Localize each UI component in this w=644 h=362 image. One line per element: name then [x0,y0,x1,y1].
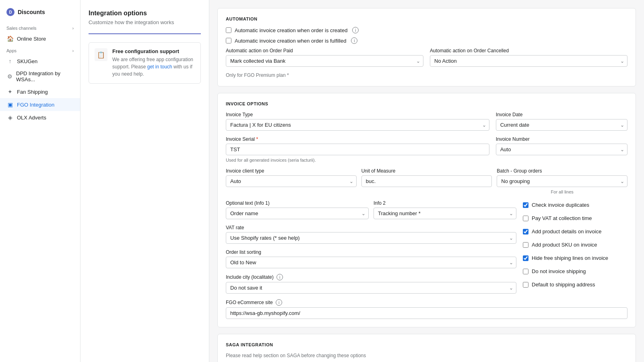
auto-invoice-created-info-icon[interactable]: i [352,27,359,33]
premium-note: Only for FGO Premium plan * [226,72,627,78]
client-type-group: Invoice client type Auto Individual Comp… [226,168,357,187]
invoice-date-group: Invoice Date Current date Order date [496,112,627,131]
no-invoice-shipping-checkbox[interactable] [523,269,528,274]
check-duplicates-checkbox[interactable] [523,202,528,208]
title-divider [89,33,201,34]
add-product-details-checkbox[interactable] [523,229,528,234]
order-paid-select[interactable]: Mark collected via Bank No Action Mark c… [226,55,423,67]
hide-shipping-checkbox[interactable] [523,255,528,261]
invoice-date-select-wrapper: Current date Order date [496,119,627,131]
automation-section: AUTOMATION Automatic invoice creation wh… [217,8,636,86]
order-cancelled-label: Automatic action on Order Cancelled [430,48,627,53]
vat-sorting-row: VAT rate Use Shopify rates (* see help) … [226,225,516,244]
sorting-label: Order list sorting [226,249,516,255]
info1-label: Optional text (Info 1) [226,200,369,206]
dpd-icon: ⚙ [6,73,13,80]
auto-invoice-fulfilled-info-icon[interactable]: i [351,37,357,44]
info-box-icon: 📋 [95,48,107,61]
sidebar-item-online-store[interactable]: 🏠 Online Store [0,32,80,45]
fgo-site-info-icon[interactable]: i [276,299,282,306]
info2-select[interactable]: Tracking number * Order name None [374,208,516,219]
sidebar: D Discounts Sales channels › 🏠 Online St… [0,0,80,362]
vat-label: VAT rate [226,225,516,230]
fan-shipping-label: Fan Shipping [17,89,48,95]
order-paid-label: Automatic action on Order Paid [226,48,423,53]
add-product-details-row: Add product details on invoice [523,228,627,234]
unit-measure-label: Unit of Measure [361,168,492,174]
serial-required-star: * [256,136,258,142]
city-group: Include city (localitate) i Do not save … [226,274,516,294]
hide-shipping-row: Hide free shiping lines on invoice [523,255,627,261]
invoice-number-select[interactable]: Auto Manual [496,144,627,155]
invoice-type-select-wrapper: Factura | X for EU citizens Factura simp… [226,119,489,131]
batch-select[interactable]: No grouping Group by client [497,175,627,187]
olx-label: OLX Adverts [17,115,46,121]
order-cancelled-group: Automatic action on Order Cancelled No A… [430,48,627,67]
sorting-group: Order list sorting Old to New New to Old [226,249,516,268]
saga-title: SAGA INTEGRATION [226,342,627,347]
no-invoice-shipping-row: Do not invoice shipping [523,268,627,274]
fgo-site-input[interactable] [226,307,627,319]
page-title: Integration options [89,10,201,17]
auto-invoice-created-checkbox[interactable] [226,27,231,33]
invoice-type-select[interactable]: Factura | X for EU citizens Factura simp… [226,119,489,131]
client-type-select[interactable]: Auto Individual Company [226,175,357,187]
auto-actions-row: Automatic action on Order Paid Mark coll… [226,48,627,67]
city-info-icon[interactable]: i [277,274,283,280]
skugen-icon: ↑ [6,58,14,65]
get-in-touch-link[interactable]: get in touch [147,64,172,70]
info1-select[interactable]: Order name Order note None [226,208,369,219]
left-options-col: Optional text (Info 1) Order name Order … [226,200,516,294]
fgo-icon: ▣ [6,101,14,108]
for-all-lines-text: For all lines [551,189,574,194]
invoice-date-select[interactable]: Current date Order date [496,119,627,131]
sidebar-item-fan-shipping[interactable]: ✦ Fan Shipping [0,85,80,98]
order-cancelled-select[interactable]: No Action Cancel invoice Delete invoice [430,55,627,67]
hide-shipping-label: Hide free shiping lines on invoice [532,255,608,261]
sidebar-item-dpd[interactable]: ⚙ DPD Integration by WSAs... [0,68,80,85]
city-row: Include city (localitate) i Do not save … [226,274,516,294]
city-select[interactable]: Do not save it Save it [226,282,516,294]
info-box-content: Free configuration support We are offeri… [112,48,195,78]
auto-invoice-created-row: Automatic invoice creation when order is… [226,27,627,33]
vat-select-wrapper: Use Shopify rates (* see help) Standard … [226,232,516,244]
info1-group: Optional text (Info 1) Order name Order … [226,200,369,219]
unit-measure-input[interactable] [361,175,492,187]
vat-select[interactable]: Use Shopify rates (* see help) Standard … [226,232,516,244]
info1-info2-checks-row: Optional text (Info 1) Order name Order … [226,200,627,294]
fan-shipping-icon: ✦ [6,88,14,95]
fgo-site-label: FGO eCommerce site i [226,299,627,306]
info2-group: Info 2 Tracking number * Order name None [374,200,516,219]
default-shipping-label: Default to shipping address [532,282,595,288]
online-store-label: Online Store [17,36,46,42]
client-uom-batch-row: Invoice client type Auto Individual Comp… [226,168,627,187]
automation-title: AUTOMATION [226,16,627,21]
city-select-wrapper: Do not save it Save it [226,282,516,294]
auto-invoice-fulfilled-checkbox[interactable] [226,38,231,43]
pay-vat-row: Pay VAT at collection time [523,215,627,221]
batch-select-wrapper: No grouping Group by client [497,175,627,187]
info2-label: Info 2 [374,200,516,206]
info-box-title: Free configuration support [112,48,195,54]
invoice-serial-group: Invoice Serial * Used for all generated … [226,136,489,162]
sales-channels-section: Sales channels › [0,23,80,32]
pay-vat-checkbox[interactable] [523,216,528,221]
client-type-select-wrapper: Auto Individual Company [226,175,357,187]
add-sku-checkbox[interactable] [523,242,528,248]
sorting-select[interactable]: Old to New New to Old [226,257,516,268]
fgo-site-group: FGO eCommerce site i [226,299,627,319]
sidebar-item-olx-adverts[interactable]: ◈ OLX Adverts [0,111,80,124]
sidebar-item-fgo-integration[interactable]: ▣ FGO Integration [0,98,80,111]
page-subtitle: Customize how the integration works [89,19,201,25]
default-shipping-checkbox[interactable] [523,282,528,288]
order-cancelled-select-wrapper: No Action Cancel invoice Delete invoice [430,55,627,67]
saga-section: SAGA INTEGRATION Please read help sectio… [217,334,636,362]
olx-icon: ◈ [6,114,14,121]
order-paid-select-wrapper: Mark collected via Bank No Action Mark c… [226,55,423,67]
right-panel: AUTOMATION Automatic invoice creation wh… [209,0,644,362]
invoice-serial-input[interactable] [226,144,489,155]
fgo-label: FGO Integration [17,102,54,108]
info1-info2-row: Optional text (Info 1) Order name Order … [226,200,516,219]
order-paid-group: Automatic action on Order Paid Mark coll… [226,48,423,67]
sidebar-item-skugen[interactable]: ↑ SKUGen [0,55,80,68]
